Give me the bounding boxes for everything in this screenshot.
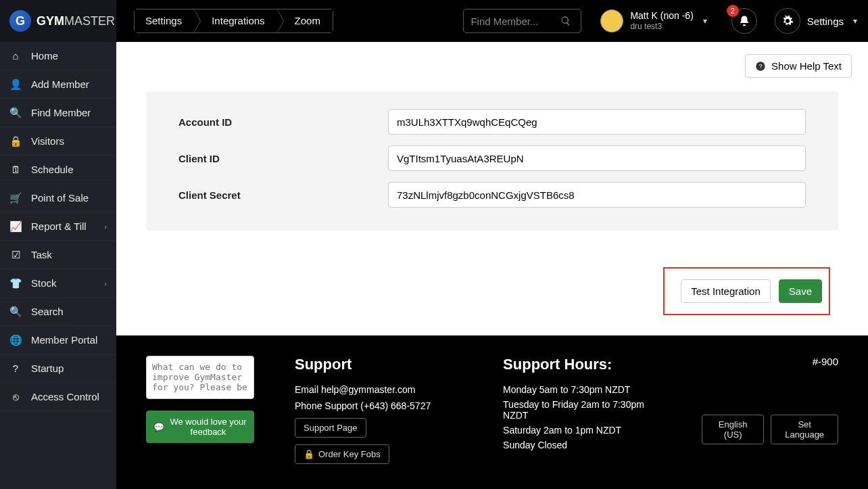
brand-logo: G [9, 10, 31, 32]
cart-icon: 🛒 [9, 192, 22, 204]
sidebar-item-access-control[interactable]: ⎋ Access Control [0, 383, 116, 411]
support-email: Email help@gymmaster.com [295, 384, 462, 395]
exit-icon: ⎋ [9, 391, 22, 402]
member-search-input[interactable] [471, 16, 555, 27]
sidebar-item-home[interactable]: ⌂ Home [0, 42, 116, 70]
footer-support: Support Email help@gymmaster.com Phone S… [295, 356, 462, 464]
search-icon[interactable] [560, 16, 571, 26]
chat-icon: 💬 [153, 422, 164, 432]
sidebar-item-label: Find Member [31, 107, 91, 118]
brand[interactable]: G GYMMASTER [0, 0, 116, 42]
sidebar-item-find-member[interactable]: 🔍 Find Member [0, 99, 116, 127]
question-icon: ? [9, 363, 22, 374]
footer-right: #-900 English (US) Set Language [702, 356, 838, 464]
sidebar-item-visitors[interactable]: 🔒 Visitors [0, 127, 116, 156]
search-icon: 🔍 [9, 107, 22, 119]
sidebar-item-schedule[interactable]: 🗓 Schedule [0, 156, 116, 184]
user-sub: dru test3 [630, 22, 693, 31]
breadcrumb-zoom[interactable]: Zoom [277, 9, 333, 32]
account-id-label: Account ID [178, 116, 388, 128]
sidebar-item-label: Add Member [31, 78, 89, 90]
lock-icon: 🔒 [9, 135, 22, 147]
set-language-button[interactable]: Set Language [771, 415, 838, 444]
user-menu[interactable]: Matt K (non -6) dru test3 ▾ [600, 9, 706, 32]
hours-line: Tuesday to Friday 2am to 7:30pm NZDT [503, 399, 661, 421]
member-search[interactable] [463, 9, 581, 33]
settings-menu[interactable]: Settings ▾ [775, 8, 857, 34]
client-secret-input[interactable] [388, 182, 806, 208]
test-integration-button[interactable]: Test Integration [681, 279, 771, 303]
gear-icon [781, 15, 794, 27]
save-button[interactable]: Save [779, 279, 822, 303]
sidebar-item-label: Point of Sale [31, 192, 89, 204]
chevron-down-icon: ▾ [703, 16, 707, 26]
sidebar-item-report-till[interactable]: 📈 Report & Till › [0, 212, 116, 241]
support-phone: Phone Support (+643) 668-5727 [295, 400, 462, 411]
sidebar-item-search[interactable]: 🔍 Search [0, 298, 116, 326]
chevron-right-icon: › [104, 279, 107, 287]
breadcrumb: Settings Integrations Zoom [134, 9, 333, 33]
main-content: ? Show Help Text Account ID Client ID Cl… [116, 42, 868, 489]
svg-text:?: ? [758, 63, 762, 70]
bell-icon [738, 15, 750, 27]
footer-feedback: 💬 We would love your feedback [146, 356, 254, 464]
user-text: Matt K (non -6) dru test3 [630, 10, 693, 31]
home-icon: ⌂ [9, 50, 22, 62]
sidebar-item-member-portal[interactable]: 🌐 Member Portal [0, 326, 116, 354]
breadcrumb-integrations[interactable]: Integrations [194, 9, 276, 32]
sidebar-item-label: Member Portal [31, 334, 97, 346]
settings-label: Settings [807, 16, 844, 27]
integration-form: Account ID Client ID Client Secret [146, 91, 838, 231]
sidebar-item-add-member[interactable]: 👤 Add Member [0, 70, 116, 99]
topbar: G GYMMASTER Settings Integrations Zoom M… [0, 0, 868, 42]
check-icon: ☑ [9, 249, 22, 261]
chart-icon: 📈 [9, 220, 22, 233]
avatar [600, 9, 623, 32]
sidebar-item-label: Stock [31, 277, 57, 289]
chevron-right-icon: › [104, 223, 107, 231]
version-label: #-900 [813, 356, 838, 367]
chevron-down-icon: ▾ [853, 16, 857, 26]
sidebar-item-label: Report & Till [31, 220, 87, 232]
action-highlight-box: Test Integration Save [663, 267, 830, 315]
client-id-input[interactable] [388, 145, 806, 171]
calendar-icon: 🗓 [9, 164, 22, 175]
client-secret-label: Client Secret [178, 189, 388, 201]
sidebar: ⌂ Home 👤 Add Member 🔍 Find Member 🔒 Visi… [0, 42, 116, 489]
notification-badge: 2 [727, 5, 739, 17]
language-select[interactable]: English (US) [702, 415, 764, 444]
sidebar-item-pos[interactable]: 🛒 Point of Sale [0, 184, 116, 212]
sidebar-item-label: Search [31, 306, 64, 317]
feedback-button-label: We would love your feedback [170, 417, 247, 437]
client-id-label: Client ID [178, 153, 388, 164]
sidebar-item-startup[interactable]: ? Startup [0, 354, 116, 383]
sidebar-item-label: Access Control [31, 391, 99, 402]
show-help-text-button[interactable]: ? Show Help Text [745, 54, 852, 78]
sidebar-item-label: Home [31, 50, 58, 62]
breadcrumb-settings[interactable]: Settings [135, 9, 194, 32]
question-circle-icon: ? [755, 61, 766, 72]
hours-title: Support Hours: [503, 356, 661, 373]
support-page-button[interactable]: Support Page [295, 418, 366, 438]
shirt-icon: 👕 [9, 277, 22, 289]
user-icon: 👤 [9, 78, 22, 91]
sidebar-item-task[interactable]: ☑ Task [0, 241, 116, 269]
footer-hours: Support Hours: Monday 5am to 7:30pm NZDT… [503, 356, 661, 464]
sidebar-item-stock[interactable]: 👕 Stock › [0, 269, 116, 298]
sidebar-item-label: Schedule [31, 164, 74, 175]
help-button-label: Show Help Text [771, 60, 842, 72]
account-id-input[interactable] [388, 109, 806, 135]
keyfob-icon: 🔒 [304, 449, 314, 459]
brand-text: GYMMASTER [37, 14, 115, 28]
feedback-submit-button[interactable]: 💬 We would love your feedback [146, 411, 254, 443]
hours-line: Monday 5am to 7:30pm NZDT [503, 384, 661, 395]
notifications-button[interactable]: 2 [731, 8, 757, 34]
sidebar-item-label: Startup [31, 363, 64, 374]
user-name: Matt K (non -6) [630, 10, 693, 22]
order-keyfobs-label: Order Key Fobs [318, 449, 381, 459]
feedback-textarea[interactable] [146, 356, 254, 399]
order-keyfobs-button[interactable]: 🔒 Order Key Fobs [295, 444, 389, 464]
support-title: Support [295, 356, 462, 373]
hours-line: Sunday Closed [503, 440, 661, 450]
search-icon: 🔍 [9, 306, 22, 318]
